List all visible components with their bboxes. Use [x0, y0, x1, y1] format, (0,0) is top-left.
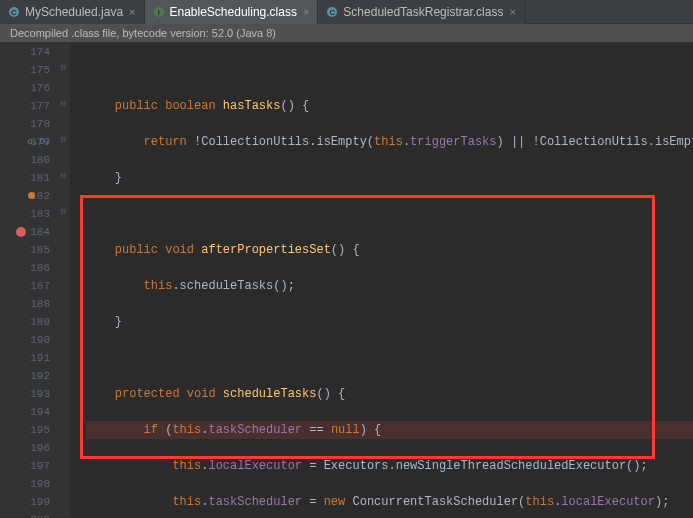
tab-enablescheduling[interactable]: I EnableScheduling.class × [145, 0, 319, 24]
line-gutter[interactable]: 174 175⊟ 176 177⊟ 178 179⊟o↓O↓ 180 181⊟ … [0, 43, 70, 517]
interface-icon: I [153, 6, 165, 18]
decompiled-banner: Decompiled .class file, bytecode version… [0, 24, 693, 43]
tab-scheduledtaskregistrar[interactable]: C ScheduledTaskRegistrar.class × [318, 0, 525, 24]
tab-label: MyScheduled.java [25, 5, 123, 19]
fold-icon[interactable]: ⊟ [57, 100, 66, 109]
fold-icon[interactable]: ⊟ [57, 64, 66, 73]
class-icon: C [8, 6, 20, 18]
fold-icon[interactable]: ⊟ [57, 172, 66, 181]
close-icon[interactable]: × [509, 6, 515, 18]
close-icon[interactable]: × [129, 6, 135, 18]
code-editor[interactable]: 174 175⊟ 176 177⊟ 178 179⊟o↓O↓ 180 181⊟ … [0, 43, 693, 517]
code-area[interactable]: public boolean hasTasks() { return !Coll… [70, 43, 693, 517]
override-icons[interactable]: o↓O↓ [27, 133, 50, 151]
editor-tabs: C MyScheduled.java × I EnableScheduling.… [0, 0, 693, 24]
fold-icon[interactable]: ⊟ [57, 208, 66, 217]
close-icon[interactable]: × [303, 6, 309, 18]
warning-icon [28, 192, 35, 199]
tab-myscheduled[interactable]: C MyScheduled.java × [0, 0, 145, 24]
breakpoint-icon[interactable] [16, 227, 26, 237]
tab-label: ScheduledTaskRegistrar.class [343, 5, 503, 19]
fold-icon[interactable]: ⊟ [57, 136, 66, 145]
class-icon: C [326, 6, 338, 18]
tab-label: EnableScheduling.class [170, 5, 297, 19]
